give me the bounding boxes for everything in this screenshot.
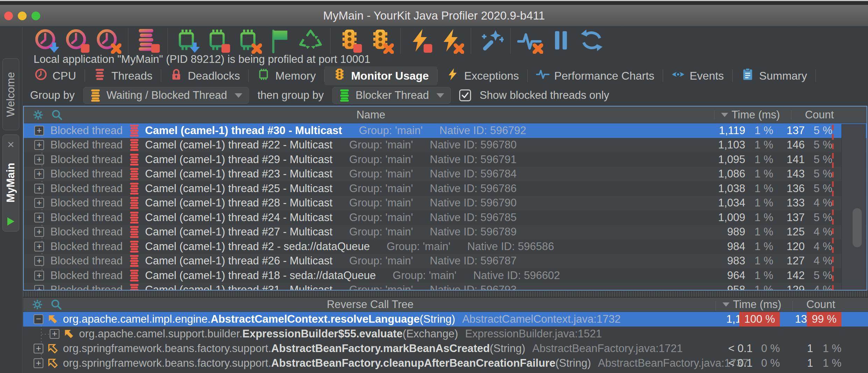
table-row[interactable]: +Blocked threadCamel (camel-1) thread #2… bbox=[24, 152, 867, 167]
expand-icon[interactable]: + bbox=[34, 256, 44, 266]
call-tree-row[interactable]: −org.apache.camel.impl.engine.AbstractCa… bbox=[23, 312, 868, 327]
time-column-header[interactable]: Time (ms) bbox=[719, 298, 785, 311]
expand-icon[interactable]: + bbox=[34, 358, 43, 368]
tab-exceptions[interactable]: Exceptions bbox=[437, 66, 527, 85]
memory-clear-icon[interactable] bbox=[236, 28, 262, 54]
tab-summary[interactable]: Summary bbox=[733, 66, 816, 85]
expand-icon[interactable]: + bbox=[34, 242, 44, 251]
memory-start-icon[interactable] bbox=[174, 28, 201, 54]
tab-deadlocks[interactable]: Deadlocks bbox=[161, 66, 248, 85]
table-row[interactable]: +Blocked threadCamel (camel-1) thread #2… bbox=[24, 225, 867, 240]
close-session-icon[interactable]: × bbox=[7, 139, 14, 149]
threads-stop-icon[interactable] bbox=[135, 28, 161, 54]
time-column-header[interactable]: Time (ms) bbox=[717, 109, 784, 121]
count-percent: 1 % bbox=[823, 357, 841, 370]
gc-icon[interactable] bbox=[297, 28, 324, 54]
expand-icon[interactable]: + bbox=[34, 344, 43, 353]
table-row[interactable]: +Blocked threadCamel (camel-1) thread #2… bbox=[24, 196, 867, 211]
monitors-clear-icon[interactable] bbox=[368, 28, 394, 54]
table-row[interactable]: +Blocked threadCamel (camel-1) thread #2… bbox=[24, 167, 867, 182]
table-row[interactable]: +Blocked threadCamel (camel-1) thread #2… bbox=[24, 181, 867, 196]
vertical-scrollbar-track[interactable] bbox=[841, 124, 866, 290]
blocked-thread-icon bbox=[129, 153, 140, 166]
name-column-header[interactable]: Name bbox=[24, 109, 718, 121]
group-by-dropdown[interactable]: Waiting / Blocked Thread bbox=[83, 87, 249, 104]
sidebar-tab-welcome[interactable]: Welcome bbox=[2, 58, 19, 130]
sidebar-tab-mymain[interactable]: × MyMain bbox=[2, 134, 19, 232]
pause-icon[interactable] bbox=[548, 28, 574, 54]
thread-state-label: Blocked thread bbox=[50, 139, 123, 151]
chevron-down-icon bbox=[436, 93, 444, 98]
sort-descending-icon bbox=[723, 302, 730, 307]
count-column-header[interactable]: Count bbox=[795, 298, 847, 311]
call-tree-row[interactable]: +org.springframework.beans.factory.suppo… bbox=[23, 341, 868, 356]
column-divider[interactable] bbox=[791, 110, 791, 120]
expand-icon[interactable]: + bbox=[34, 184, 44, 193]
expand-icon[interactable]: + bbox=[34, 285, 44, 290]
count-percent: 4 % bbox=[814, 226, 832, 238]
column-divider[interactable] bbox=[716, 301, 716, 311]
tab-memory[interactable]: Memory bbox=[249, 66, 324, 85]
thread-name: Camel (camel-1) thread #2 - seda://dataQ… bbox=[145, 240, 370, 253]
show-blocked-threads-checkbox[interactable] bbox=[459, 89, 471, 101]
method-callback-icon bbox=[64, 329, 74, 339]
memory-stop-icon[interactable] bbox=[205, 28, 232, 54]
window-title: MyMain - YourKit Java Profiler 2020.9-b4… bbox=[323, 9, 545, 22]
expand-icon[interactable]: − bbox=[34, 314, 43, 324]
tab-threads[interactable]: Threads bbox=[85, 66, 161, 85]
expand-icon[interactable]: + bbox=[34, 140, 44, 150]
table-row[interactable]: +Blocked threadCamel (camel-1) thread #3… bbox=[24, 283, 867, 290]
refresh-icon[interactable] bbox=[578, 28, 605, 54]
table-row[interactable]: +Blocked threadCamel (camel-1) thread #2… bbox=[24, 239, 867, 254]
thread-group: Group: 'main' bbox=[349, 226, 413, 238]
count-column-header[interactable]: Count bbox=[793, 109, 846, 121]
wand-icon[interactable] bbox=[477, 28, 504, 54]
close-window-button[interactable] bbox=[4, 12, 13, 20]
expand-icon[interactable]: + bbox=[34, 213, 44, 222]
telemetry-clear-icon[interactable] bbox=[517, 28, 543, 54]
tab-cpu[interactable]: CPU bbox=[26, 66, 85, 85]
clock-start-icon[interactable] bbox=[34, 28, 60, 54]
call-tree-row[interactable]: +org.apache.camel.support.builder.Expres… bbox=[23, 327, 868, 341]
blocked-thread-icon bbox=[129, 240, 140, 253]
zoom-window-button[interactable] bbox=[31, 12, 40, 20]
running-play-icon bbox=[6, 216, 16, 227]
vertical-scrollbar-thumb[interactable] bbox=[853, 208, 862, 247]
exceptions-stop-icon[interactable] bbox=[407, 28, 434, 54]
toolbar-group bbox=[174, 28, 324, 54]
count-value: 133 bbox=[787, 197, 805, 209]
expand-icon[interactable]: + bbox=[34, 126, 44, 136]
count-value: 146 bbox=[787, 139, 805, 151]
flag-icon[interactable] bbox=[266, 28, 293, 54]
horizontal-scrollbar[interactable] bbox=[23, 291, 868, 297]
count-value: 1 bbox=[807, 357, 813, 370]
exceptions-clear-icon[interactable] bbox=[438, 28, 464, 54]
call-tree-row[interactable]: +org.springframework.beans.factory.suppo… bbox=[23, 356, 868, 371]
expand-icon[interactable]: + bbox=[34, 271, 44, 280]
table-row[interactable]: +Blocked threadCamel (camel-1) thread #2… bbox=[24, 210, 867, 225]
monitors-stop-icon[interactable] bbox=[337, 28, 363, 54]
method-args: (String) bbox=[555, 357, 591, 370]
table-row[interactable]: +Blocked threadCamel (camel-1) thread #3… bbox=[24, 123, 867, 138]
expand-icon[interactable]: + bbox=[34, 198, 44, 208]
table-row[interactable]: +Blocked threadCamel (camel-1) thread #1… bbox=[24, 268, 867, 283]
expand-icon[interactable]: + bbox=[34, 155, 44, 164]
tab-events[interactable]: Events bbox=[663, 66, 732, 85]
minimize-window-button[interactable] bbox=[18, 12, 27, 20]
expand-icon[interactable]: + bbox=[50, 329, 59, 339]
tab-monitor-usage[interactable]: Monitor Usage bbox=[325, 66, 437, 85]
filter-bar: Group by Waiting / Blocked Thread then g… bbox=[30, 86, 609, 105]
call-tree-title[interactable]: Reverse Call Tree bbox=[23, 298, 717, 311]
table-row[interactable]: +Blocked threadCamel (camel-1) thread #2… bbox=[24, 138, 867, 153]
table-row[interactable]: +Blocked threadCamel (camel-1) thread #2… bbox=[24, 254, 867, 269]
tab-performance-charts[interactable]: Performance Charts bbox=[528, 66, 663, 85]
expand-icon[interactable]: + bbox=[34, 227, 44, 237]
clock-clear-icon[interactable] bbox=[95, 28, 122, 54]
expand-icon[interactable]: + bbox=[34, 169, 44, 179]
column-divider[interactable] bbox=[714, 110, 714, 120]
then-group-by-dropdown[interactable]: Blocker Thread bbox=[332, 87, 451, 104]
column-divider[interactable] bbox=[792, 301, 793, 311]
clock-stop-icon[interactable] bbox=[64, 28, 91, 54]
thread-name: Camel (camel-1) thread #23 - Multicast bbox=[145, 168, 333, 180]
title-bar[interactable]: MyMain - YourKit Java Profiler 2020.9-b4… bbox=[0, 5, 868, 27]
